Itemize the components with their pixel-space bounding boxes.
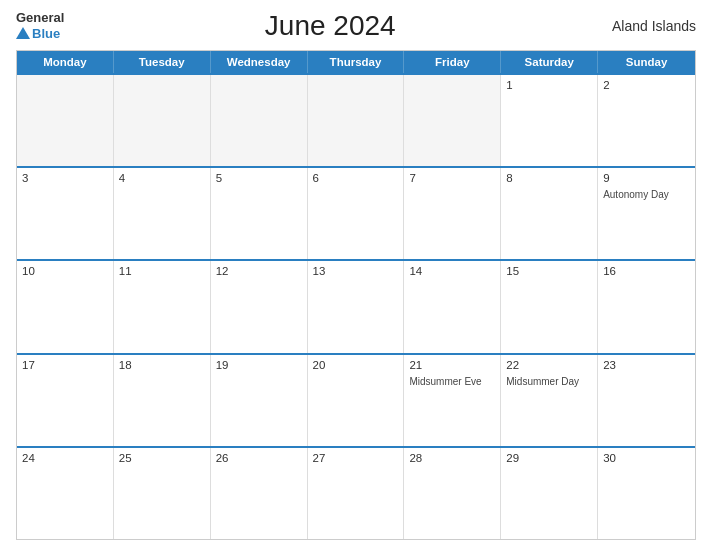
day-number: 24 [22,452,108,464]
cal-cell: 16 [598,261,695,352]
cal-cell: 27 [308,448,405,539]
day-number: 27 [313,452,399,464]
page: General Blue June 2024 Aland Islands Mon… [0,0,712,550]
day-number: 10 [22,265,108,277]
day-number: 30 [603,452,690,464]
logo-blue-text: Blue [16,26,60,41]
logo-general-text: General [16,11,64,25]
cal-cell: 23 [598,355,695,446]
cal-cell: 15 [501,261,598,352]
day-number: 3 [22,172,108,184]
day-number: 25 [119,452,205,464]
cal-cell: 20 [308,355,405,446]
day-number: 22 [506,359,592,371]
week-row-0: 12 [17,73,695,166]
cal-cell: 4 [114,168,211,259]
calendar: MondayTuesdayWednesdayThursdayFridaySatu… [16,50,696,540]
cal-cell: 9Autonomy Day [598,168,695,259]
day-number: 26 [216,452,302,464]
cal-cell: 28 [404,448,501,539]
col-header-monday: Monday [17,51,114,73]
region-label: Aland Islands [596,18,696,34]
col-header-wednesday: Wednesday [211,51,308,73]
day-number: 9 [603,172,690,184]
day-number: 13 [313,265,399,277]
cal-cell: 18 [114,355,211,446]
cal-cell [308,75,405,166]
col-header-tuesday: Tuesday [114,51,211,73]
cal-cell: 2 [598,75,695,166]
day-number: 1 [506,79,592,91]
col-header-sunday: Sunday [598,51,695,73]
week-row-2: 10111213141516 [17,259,695,352]
cal-cell [211,75,308,166]
cal-cell: 3 [17,168,114,259]
logo-triangle-icon [16,27,30,39]
cal-cell: 7 [404,168,501,259]
day-number: 29 [506,452,592,464]
day-number: 15 [506,265,592,277]
cal-cell: 5 [211,168,308,259]
day-number: 21 [409,359,495,371]
day-number: 16 [603,265,690,277]
cal-cell: 25 [114,448,211,539]
calendar-title: June 2024 [64,10,596,42]
cal-cell: 26 [211,448,308,539]
cal-cell: 30 [598,448,695,539]
day-number: 19 [216,359,302,371]
week-row-1: 3456789Autonomy Day [17,166,695,259]
cal-cell: 11 [114,261,211,352]
day-number: 8 [506,172,592,184]
day-number: 14 [409,265,495,277]
day-number: 2 [603,79,690,91]
cal-cell: 12 [211,261,308,352]
cal-cell: 13 [308,261,405,352]
cal-cell: 24 [17,448,114,539]
cal-cell [404,75,501,166]
cal-cell [114,75,211,166]
logo: General Blue [16,11,64,40]
day-number: 23 [603,359,690,371]
day-number: 18 [119,359,205,371]
day-number: 7 [409,172,495,184]
col-header-thursday: Thursday [308,51,405,73]
cal-cell: 22Midsummer Day [501,355,598,446]
cal-cell: 14 [404,261,501,352]
col-header-friday: Friday [404,51,501,73]
cal-cell: 21Midsummer Eve [404,355,501,446]
day-number: 4 [119,172,205,184]
week-row-3: 1718192021Midsummer Eve22Midsummer Day23 [17,353,695,446]
cal-cell: 19 [211,355,308,446]
cal-cell: 1 [501,75,598,166]
calendar-header: MondayTuesdayWednesdayThursdayFridaySatu… [17,51,695,73]
cal-cell: 10 [17,261,114,352]
cal-cell [17,75,114,166]
day-number: 28 [409,452,495,464]
day-number: 12 [216,265,302,277]
cal-cell: 6 [308,168,405,259]
day-number: 5 [216,172,302,184]
cal-cell: 17 [17,355,114,446]
calendar-body: 123456789Autonomy Day1011121314151617181… [17,73,695,539]
header: General Blue June 2024 Aland Islands [16,10,696,42]
week-row-4: 24252627282930 [17,446,695,539]
day-number: 11 [119,265,205,277]
day-event: Autonomy Day [603,188,690,201]
day-number: 6 [313,172,399,184]
day-event: Midsummer Day [506,375,592,388]
col-header-saturday: Saturday [501,51,598,73]
day-number: 20 [313,359,399,371]
day-event: Midsummer Eve [409,375,495,388]
day-number: 17 [22,359,108,371]
cal-cell: 29 [501,448,598,539]
cal-cell: 8 [501,168,598,259]
